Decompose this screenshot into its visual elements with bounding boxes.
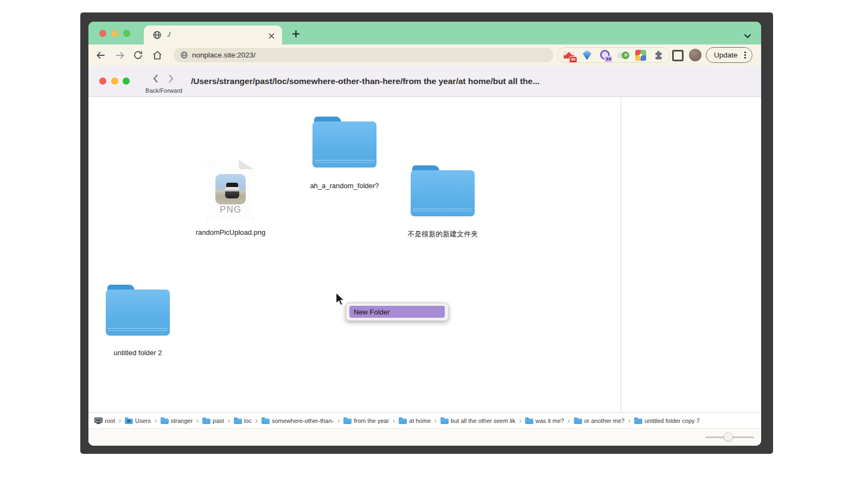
desktop-item-folder[interactable]: 不是很新的新建文件夹 (399, 165, 486, 239)
back-chevron-icon[interactable] (152, 74, 159, 86)
wheel-extension-icon[interactable]: 14 (599, 50, 610, 61)
zoom-slider-knob[interactable] (724, 432, 733, 441)
address-bar[interactable]: nonplace.site:2023/ (174, 48, 553, 62)
breadcrumb-item[interactable]: stranger (161, 418, 193, 424)
breadcrumb-item[interactable]: but all the other seem lik (441, 418, 515, 424)
window-zoom-button[interactable] (123, 30, 130, 37)
tab-title: ./ (167, 30, 170, 38)
back-forward-label: Back/Forward (134, 87, 194, 94)
site-globe-icon (180, 51, 188, 61)
tab-close-icon[interactable] (269, 31, 275, 41)
mouse-cursor (335, 292, 345, 308)
desktop-item-png[interactable]: PNG randomPicUpload.png (187, 160, 274, 236)
profile-avatar[interactable] (689, 49, 701, 61)
folder-icon (202, 418, 210, 424)
desktop-item-folder[interactable]: untitled folder 2 (94, 285, 181, 357)
breadcrumb-separator (228, 417, 230, 425)
folder-icon (399, 418, 407, 424)
side-panel-icon[interactable] (672, 50, 684, 61)
breadcrumb-separator (568, 417, 570, 425)
status-bar (88, 428, 761, 446)
image-thumbnail (215, 174, 246, 204)
reload-icon[interactable] (133, 50, 144, 61)
starburst-icon: ✦ (635, 50, 646, 61)
browser-tab[interactable]: ./ (144, 25, 282, 44)
item-label: ah_a_random_folder? (310, 182, 379, 190)
folder-icon[interactable] (312, 117, 376, 168)
breadcrumb-separator (628, 417, 630, 425)
breadcrumb-item[interactable]: from the year (343, 418, 389, 424)
mail-badge: 90 (569, 56, 577, 63)
breadcrumb-item[interactable]: was it me? (525, 418, 564, 424)
breadcrumb-item[interactable]: loc (234, 418, 252, 424)
item-label: 不是很新的新建文件夹 (407, 229, 478, 239)
png-badge: PNG (207, 204, 254, 215)
item-label: untitled folder 2 (114, 349, 162, 357)
breadcrumb-item[interactable]: untitled folder copy 7 (634, 418, 700, 424)
folder-icon (161, 418, 169, 424)
breadcrumb-item[interactable]: past (202, 418, 224, 424)
update-label: Update (714, 51, 738, 59)
breadcrumb-bar: root Users stranger past loc (88, 412, 761, 428)
breadcrumb-item[interactable]: at home (399, 418, 431, 424)
pane-divider (621, 97, 621, 412)
folder-icon (343, 418, 352, 424)
context-menu: New Folder (346, 303, 449, 321)
breadcrumb-item[interactable]: or another me? (574, 418, 625, 424)
item-label: randomPicUpload.png (196, 228, 266, 236)
browser-toolbar: nonplace.site:2023/ 90 14 J5 (88, 44, 761, 66)
forward-icon[interactable] (114, 50, 125, 61)
new-tab-button[interactable] (290, 28, 302, 40)
browser-window: ./ (88, 22, 761, 446)
desktop-item-folder[interactable]: ah_a_random_folder? (301, 117, 388, 190)
breadcrumb-separator (155, 417, 157, 425)
finder-path-title: /Users/stranger/past/loc/somewhere-other… (191, 76, 540, 86)
breadcrumb-separator (435, 417, 437, 425)
computer-icon (94, 418, 103, 424)
gem-extension-icon[interactable] (582, 50, 592, 61)
window-minimize-button[interactable] (111, 30, 118, 37)
toggle-knob: J5 (622, 52, 629, 59)
breadcrumb-separator (256, 417, 258, 425)
breadcrumb-item-root[interactable]: root (94, 418, 115, 424)
wheel-badge: 14 (604, 56, 612, 62)
folder-icon (441, 418, 449, 424)
desktop-background: ./ (80, 12, 773, 454)
folder-icon[interactable] (411, 165, 475, 216)
folder-icon (125, 418, 133, 424)
window-close-button[interactable] (99, 30, 106, 37)
breadcrumb-item[interactable]: Users (125, 418, 151, 424)
folder-icon (234, 418, 242, 424)
globe-icon (152, 30, 162, 42)
breadcrumb-separator (337, 417, 340, 425)
finder-zoom-button[interactable] (123, 78, 130, 85)
puzzle-extensions-icon[interactable] (653, 50, 664, 61)
finder-minimize-button[interactable] (111, 78, 118, 85)
mail-extension-icon[interactable]: 90 (564, 50, 575, 61)
folder-icon (525, 418, 533, 424)
home-icon[interactable] (152, 50, 163, 61)
breadcrumb-separator (119, 417, 121, 425)
back-icon[interactable] (95, 50, 106, 61)
extensions-group: 90 14 J5 ✦ (557, 47, 671, 63)
breadcrumb-separator (393, 417, 395, 425)
browser-tab-strip: ./ (88, 22, 761, 44)
diamond-icon (583, 50, 591, 60)
finder-close-button[interactable] (99, 78, 106, 85)
chevron-down-icon[interactable] (744, 31, 751, 41)
folder-icon (574, 418, 582, 424)
breadcrumb-item[interactable]: somewhere-other-than- (261, 418, 334, 424)
folder-icon (261, 418, 270, 424)
folder-icon[interactable] (106, 285, 170, 336)
kebab-menu-icon[interactable] (744, 54, 746, 56)
folder-icon (634, 418, 642, 424)
forward-chevron-icon[interactable] (168, 74, 174, 86)
breadcrumb-separator (196, 417, 199, 425)
context-menu-item-new-folder[interactable]: New Folder (349, 306, 445, 318)
finder-main-area[interactable]: ah_a_random_folder? PNG rando (88, 97, 761, 412)
update-button[interactable]: Update (706, 47, 752, 63)
png-file-icon[interactable]: PNG (207, 160, 254, 220)
toggle-extension-icon[interactable]: J5 (617, 50, 628, 61)
photos-extension-icon[interactable]: ✦ (635, 50, 646, 61)
ink-bottle-icon (225, 183, 239, 199)
